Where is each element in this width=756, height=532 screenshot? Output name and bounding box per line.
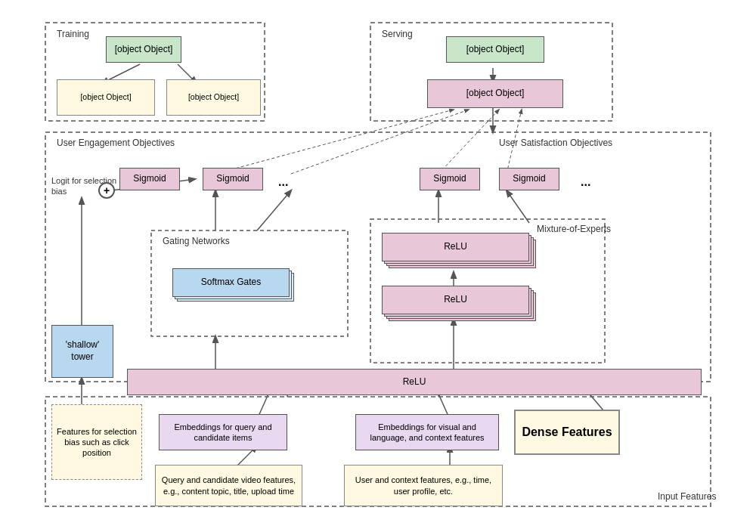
dots1: ... (278, 175, 288, 189)
plus-circle: + (98, 182, 115, 199)
sigmoid3-box: Sigmoid (420, 168, 480, 190)
shallow-tower-box: 'shallow' tower (51, 325, 113, 378)
svg-line-16 (257, 190, 291, 230)
user-context-box: User and context features, e.g., time, u… (344, 465, 503, 506)
sigmoid4-box: Sigmoid (499, 168, 559, 190)
gating-networks-label: Gating Networks (163, 236, 230, 246)
svg-line-12 (291, 110, 469, 174)
svg-line-18 (507, 190, 529, 223)
training-label: Training (57, 29, 89, 39)
ranking-score-box: [object Object] (446, 36, 544, 63)
satisfaction-behaviors-box: [object Object] (166, 79, 261, 116)
softmax-gates-stack: Softmax Gates (172, 268, 290, 297)
relu-top2-box: ReLU (382, 286, 529, 314)
weighted-combination-box: [object Object] (427, 79, 563, 108)
softmax-gates-box: Softmax Gates (172, 268, 290, 297)
user-logs-box: [object Object] (106, 36, 181, 63)
embeddings-query-box: Embeddings for query and candidate items (159, 414, 287, 450)
serving-label: Serving (382, 29, 413, 39)
relu-bottom-box: ReLU (127, 369, 702, 395)
user-engagement-label: User Engagement Objectives (57, 138, 175, 148)
svg-line-13 (438, 110, 499, 174)
svg-line-11 (215, 110, 454, 174)
relu-top2-stack: ReLU (382, 286, 529, 314)
dense-features-box: Dense Features (514, 410, 620, 455)
dots2: ... (581, 175, 590, 189)
engagement-behaviors-box: [object Object] (57, 79, 155, 116)
query-video-box: Query and candidate video features, e.g.… (155, 465, 302, 506)
user-satisfaction-label: User Satisfaction Objectives (499, 138, 612, 148)
sigmoid2-box: Sigmoid (203, 168, 263, 190)
relu-top1-stack: ReLU (382, 233, 529, 261)
sigmoid1-box: Sigmoid (119, 168, 180, 190)
input-features-label: Input Features (658, 491, 716, 502)
embeddings-visual-box: Embeddings for visual and language, and … (355, 414, 499, 450)
mixture-experts-label: Mixture-of-Experts (537, 224, 611, 234)
features-bias-box: Features for selection bias such as clic… (51, 404, 142, 480)
relu-top1-box: ReLU (382, 233, 529, 261)
architecture-diagram: Training Serving [object Object] [object… (0, 0, 756, 532)
